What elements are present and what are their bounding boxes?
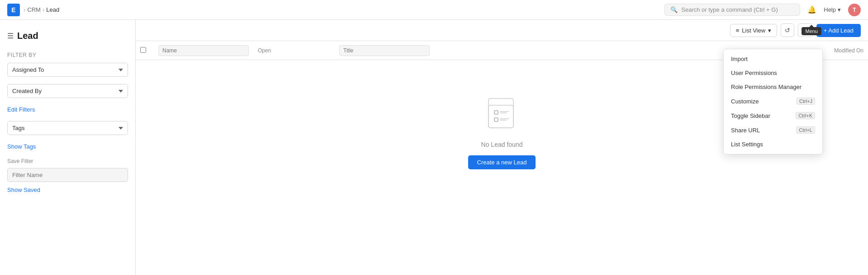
menu-item-customize[interactable]: Customize Ctrl+J [724, 94, 822, 108]
name-filter-input[interactable] [158, 45, 249, 56]
menu-item-toggle-sidebar-shortcut: Ctrl+K [796, 112, 815, 119]
menu-item-toggle-sidebar[interactable]: Toggle Sidebar Ctrl+K [724, 108, 822, 123]
filter-name-input[interactable] [7, 168, 128, 182]
search-placeholder-text: Search or type a command (Ctrl + G) [681, 6, 778, 13]
menu-item-role-permissions-label: Role Permissions Manager [731, 84, 802, 90]
status-filter-select[interactable]: Open Replied Interested Lost Converted [258, 47, 283, 54]
add-lead-button[interactable]: + Add Lead [816, 24, 861, 37]
nav-actions: 🔔 Help ▾ T [807, 4, 861, 16]
modified-on-label: Modified On [834, 47, 863, 54]
menu-item-user-permissions[interactable]: User Permissions [724, 66, 822, 80]
tags-select[interactable]: Tags [7, 121, 128, 135]
select-all-checkbox[interactable] [140, 47, 146, 53]
edit-filters-button[interactable]: Edit Filters [7, 105, 35, 114]
created-by-filter-group: Created By [7, 84, 128, 103]
save-filter-label: Save Filter [7, 158, 128, 164]
checkbox-col [136, 47, 154, 54]
title-col-header [335, 45, 434, 56]
page-title: Lead [17, 31, 38, 41]
menu-item-toggle-sidebar-label: Toggle Sidebar [731, 112, 770, 119]
created-by-select[interactable]: Created By [7, 84, 128, 98]
empty-icon [486, 96, 518, 134]
no-lead-illustration [486, 96, 518, 132]
assigned-to-filter-group: Assigned To [7, 63, 128, 81]
help-label: Help [824, 6, 836, 13]
list-view-button[interactable]: ≡ List View ▾ [730, 24, 777, 37]
menu-item-user-permissions-label: User Permissions [731, 70, 777, 76]
breadcrumb-crm[interactable]: CRM [27, 6, 41, 13]
app-logo[interactable]: E [7, 4, 20, 16]
name-col-header [154, 45, 253, 56]
search-bar[interactable]: 🔍 Search or type a command (Ctrl + G) [664, 4, 800, 16]
toolbar: ≡ List View ▾ ↺ ••• + Add Lead [136, 20, 868, 41]
sidebar-toggle-icon[interactable]: ☰ [7, 32, 14, 40]
search-icon: 🔍 [670, 6, 678, 13]
list-view-label: List View [742, 27, 765, 34]
create-new-lead-button[interactable]: Create a new Lead [468, 155, 536, 169]
menu-item-customize-label: Customize [731, 98, 759, 105]
menu-item-list-settings-label: List Settings [731, 141, 763, 148]
menu-tooltip: Menu [802, 27, 821, 35]
title-filter-input[interactable] [339, 45, 430, 56]
filter-by-label: Filter By [7, 52, 128, 58]
tags-filter-group: Tags [7, 121, 128, 140]
sidebar: ☰ Lead Filter By Assigned To Created By … [0, 20, 136, 275]
breadcrumb: › CRM › Lead [24, 6, 59, 13]
top-nav: E › CRM › Lead 🔍 Search or type a comman… [0, 0, 868, 20]
no-lead-text: No Lead found [481, 141, 523, 148]
notifications-bell-icon[interactable]: 🔔 [807, 5, 816, 14]
breadcrumb-separator-2: › [43, 6, 44, 13]
avatar[interactable]: T [848, 4, 861, 16]
menu-dropdown: Import User Permissions Role Permissions… [723, 49, 823, 154]
menu-item-import-label: Import [731, 56, 748, 62]
svg-rect-1 [489, 105, 513, 128]
show-saved-button[interactable]: Show Saved [7, 186, 40, 194]
assigned-to-select[interactable]: Assigned To [7, 63, 128, 77]
help-button[interactable]: Help ▾ [824, 6, 841, 13]
page-header: ☰ Lead [7, 31, 128, 41]
menu-item-share-url[interactable]: Share URL Ctrl+L [724, 123, 822, 137]
menu-item-list-settings[interactable]: List Settings [724, 137, 822, 151]
refresh-button[interactable]: ↺ [781, 23, 794, 37]
chevron-down-icon: ▾ [768, 27, 771, 34]
menu-item-share-url-shortcut: Ctrl+L [796, 126, 815, 134]
breadcrumb-lead: Lead [46, 6, 59, 13]
menu-item-share-url-label: Share URL [731, 127, 760, 134]
refresh-icon: ↺ [785, 27, 790, 34]
status-col-header: Open Replied Interested Lost Converted [253, 47, 335, 54]
menu-item-import[interactable]: Import [724, 52, 822, 66]
chevron-down-icon: ▾ [838, 6, 841, 13]
breadcrumb-separator-1: › [24, 6, 25, 13]
menu-item-customize-shortcut: Ctrl+J [797, 98, 815, 105]
menu-item-role-permissions[interactable]: Role Permissions Manager [724, 80, 822, 94]
list-view-icon: ≡ [736, 27, 740, 34]
show-tags-button[interactable]: Show Tags [7, 142, 36, 151]
